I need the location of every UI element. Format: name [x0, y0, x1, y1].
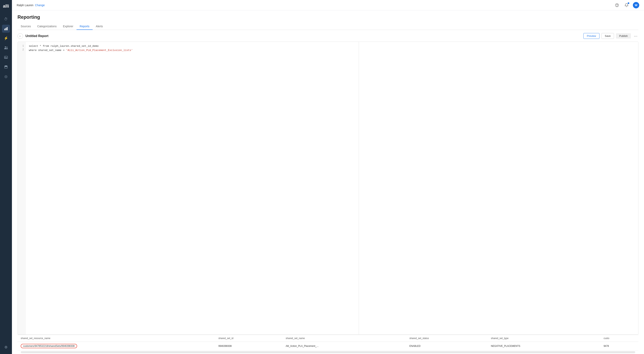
svg-point-4	[6, 47, 8, 48]
svg-rect-1	[6, 28, 6, 30]
col-header-shared-set-id: shared_set_id	[215, 335, 283, 342]
svg-point-6	[5, 57, 6, 57]
line-number-2: 2	[19, 48, 24, 52]
avatar[interactable]: W	[633, 2, 639, 8]
cell-shared-set-type: NEGATIVE_PLACEMENTS	[488, 342, 600, 350]
client-name: Ralph Lauren	[17, 4, 34, 7]
tab-sources[interactable]: Sources	[18, 23, 34, 30]
back-button[interactable]: ←	[18, 33, 23, 39]
page-title: Reporting	[18, 14, 638, 20]
highlighted-resource-name: customers/9478532218/sharedSets/99463983…	[21, 344, 77, 348]
tab-alerts[interactable]: Alerts	[92, 23, 106, 30]
svg-rect-7	[4, 67, 7, 68]
sidebar-icon-shopping[interactable]	[2, 63, 10, 71]
tab-categorizations[interactable]: Categorizations	[34, 23, 60, 30]
tab-explorer[interactable]: Explorer	[60, 23, 76, 30]
report-actions: Preview Save Publish ⋯	[584, 33, 638, 39]
svg-rect-2	[7, 27, 8, 30]
app-logo: alli	[3, 2, 9, 10]
page: Reporting Sources Categorizations Explor…	[12, 10, 644, 354]
svg-rect-5	[4, 56, 8, 59]
col-header-shared-set-status: shared_set_status	[406, 335, 488, 342]
save-button[interactable]: Save	[602, 33, 614, 39]
col-header-custo: custo	[600, 335, 638, 342]
line-number-1: 1	[19, 44, 24, 48]
report-area: ← Untitled Report Preview Save Publish ⋯…	[18, 30, 638, 354]
svg-rect-0	[4, 29, 5, 30]
topbar: Ralph Lauren Change W	[12, 0, 644, 10]
code-editor[interactable]: select * from ralph_lauren.shared_set_id…	[26, 42, 359, 334]
sidebar-icon-circle[interactable]: ◎	[2, 72, 10, 80]
tabs: Sources Categorizations Explorer Reports…	[18, 23, 638, 30]
table-scrollbar[interactable]	[21, 351, 635, 353]
sidebar-icon-image[interactable]	[2, 53, 10, 61]
more-options-button[interactable]: ⋯	[633, 33, 638, 39]
table-row: customers/9478532218/sharedSets/99463983…	[18, 342, 638, 350]
publish-button[interactable]: Publish	[616, 33, 631, 39]
results-table: shared_set_resource_name shared_set_id s…	[18, 335, 638, 350]
cell-custo: 9478	[600, 342, 638, 350]
editor-wrapper: 1 2 select * from ralph_lauren.shared_se…	[18, 42, 638, 335]
preview-button[interactable]: Preview	[584, 33, 599, 39]
line-numbers: 1 2	[18, 42, 26, 334]
tab-reports[interactable]: Reports	[76, 23, 92, 30]
sidebar-icon-chart[interactable]	[2, 25, 10, 33]
help-icon[interactable]	[614, 2, 620, 8]
cell-resource-name: customers/9478532218/sharedSets/99463983…	[18, 342, 215, 350]
col-header-shared-set-name: shared_set_name	[282, 335, 406, 342]
cell-shared-set-status: ENABLED	[406, 342, 488, 350]
change-client-link[interactable]: Change	[35, 4, 45, 7]
table-header-row: shared_set_resource_name shared_set_id s…	[18, 335, 638, 342]
svg-point-9	[617, 6, 617, 6]
report-header: ← Untitled Report Preview Save Publish ⋯	[18, 33, 638, 39]
editor-right	[359, 42, 638, 334]
topbar-right: W	[614, 2, 639, 8]
sidebar-icon-settings[interactable]: ⚙	[2, 343, 10, 351]
col-header-shared-set-resource-name: shared_set_resource_name	[18, 335, 215, 342]
cell-shared-set-id: 9946398308	[215, 342, 283, 350]
col-header-shared-set-type: shared_set_type	[488, 335, 600, 342]
results-table-wrap: shared_set_resource_name shared_set_id s…	[18, 335, 638, 350]
content-area: 1 2 select * from ralph_lauren.shared_se…	[18, 42, 638, 354]
notification-dot	[628, 3, 629, 4]
sidebar-icon-lightning[interactable]: ⚡	[2, 34, 10, 42]
editor-left: 1 2 select * from ralph_lauren.shared_se…	[18, 42, 359, 334]
notifications-icon[interactable]	[623, 2, 630, 8]
cell-shared-set-name: Alli_Action_PLA_Placement_...	[282, 342, 406, 350]
sidebar: alli ⏱ ⚡ ◎ ⚙	[0, 0, 12, 354]
results-section: shared_set_resource_name shared_set_id s…	[18, 335, 638, 354]
report-title: Untitled Report	[26, 34, 48, 38]
sidebar-icon-clock[interactable]: ⏱	[2, 15, 10, 23]
main-content: Ralph Lauren Change W Reporting Sources …	[12, 0, 644, 354]
sidebar-icon-people[interactable]	[2, 44, 10, 52]
svg-point-3	[5, 46, 6, 48]
